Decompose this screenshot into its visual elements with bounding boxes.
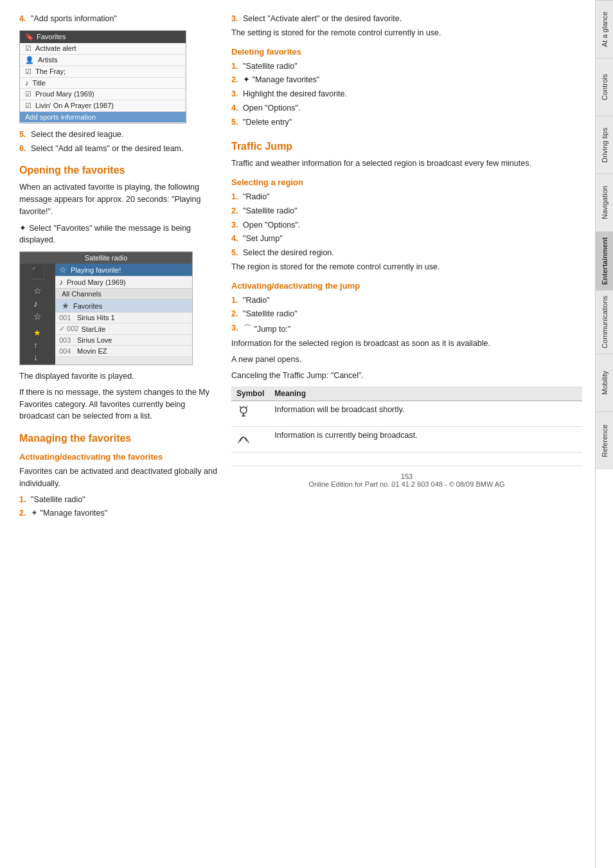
sat-icon-favstar: ★ (33, 328, 42, 338)
fav-icon-artists: 👤 (25, 56, 34, 64)
manage-step2-num: 2. (19, 507, 28, 520)
symbol-2 (231, 427, 269, 453)
manage-step2-icon: ✦ (31, 509, 38, 518)
fav-row-title: ♪ Title (20, 78, 186, 89)
del-step5: 5. "Delete entry" (231, 116, 582, 129)
sidebar-tab-controls[interactable]: Controls (596, 58, 613, 116)
fav-row-artists: 👤 Artists (20, 55, 186, 66)
traffic-para: Traffic and weather information for a se… (231, 158, 582, 170)
step5-text: Select the desired league. (31, 129, 218, 141)
step3-container: 3. Select "Activate alert" or the desire… (231, 13, 582, 25)
sidebar-tab-at-a-glance[interactable]: At a glance (596, 0, 613, 58)
no-message-para: If there is no message, the system chang… (19, 386, 218, 422)
symbol-1 (231, 401, 269, 427)
step3-item: 3. Select "Activate alert" or the desire… (231, 13, 582, 25)
right-column: 3. Select "Activate alert" or the desire… (231, 13, 582, 855)
sel-step4: 4. "Set Jump" (231, 233, 582, 245)
sat-channel-list: 001 Sirius Hits 1 ✓ 002 StarLite 003 Sir… (55, 312, 192, 357)
activating-jump-title: Activating/deactivating the jump (231, 281, 582, 291)
sat-ch-002: ✓ 002 StarLite (55, 323, 192, 335)
left-column: 4. "Add sports information" 🔖 Favorites … (19, 13, 218, 855)
sidebar-tab-navigation[interactable]: Navigation (596, 174, 613, 231)
del-step2-icon: ✦ (243, 75, 250, 84)
step4-item: 4. "Add sports information" (19, 13, 218, 25)
sel-step3: 3. Open "Options". (231, 219, 582, 231)
sidebar-tab-mobility[interactable]: Mobility (596, 354, 613, 411)
sat-left-panel: ⬛ ☆ ♪ ☆ ★ ↑ ↓ (20, 264, 55, 365)
region-stored-para: The region is stored for the remote cont… (231, 261, 582, 273)
sat-ch-003: 003 Sirius Love (55, 335, 192, 346)
del-step2: 2. ✦ "Manage favorites" (231, 74, 582, 86)
sat-icon-down: ↓ (33, 352, 42, 362)
activating-para: Favorites can be activated and deactivat… (19, 466, 218, 490)
sidebar-tab-entertainment[interactable]: Entertainment (596, 231, 613, 290)
del-step4: 4. Open "Options". (231, 102, 582, 114)
sat-ch-001-name: Sirius Hits 1 (77, 314, 115, 321)
sat-channels-label: All Channels (55, 289, 192, 300)
traffic-title: Traffic Jump (231, 141, 582, 152)
sat-ch-001: 001 Sirius Hits 1 (55, 312, 192, 323)
step4-text: "Add sports information" (31, 13, 218, 25)
legal-text: Online Edition for Part no. 01 41 2 603 … (238, 480, 576, 488)
activating-sub: Activating/deactivating the favorites (19, 452, 218, 462)
step3-text: Select "Activate alert" or the desired f… (243, 13, 582, 25)
symbol-row-1: Information will be broadcast shortly. (231, 401, 582, 427)
page-footer: 153 Online Edition for Part no. 01 41 2 … (231, 466, 582, 494)
jump-step1: 1. "Radio" (231, 294, 582, 307)
cancel-para: Canceling the Traffic Jump: "Cancel". (231, 370, 582, 382)
fav-row-thefray: ☑ The Fray; (20, 66, 186, 78)
svg-point-0 (240, 407, 247, 413)
fav-label-livin: Livin' On A Prayer (1987) (35, 102, 114, 109)
manage-step1-num: 1. (19, 494, 28, 506)
setting-para: The setting is stored for the remote con… (231, 27, 582, 39)
del-step1: 1. "Satellite radio" (231, 60, 582, 73)
step5-item: 5. Select the desired league. (19, 129, 218, 141)
fav-label-addsports: Add sports information (25, 113, 96, 121)
panel-para: A new panel opens. (231, 354, 582, 366)
sat-icon-music: ♪ (33, 298, 42, 309)
sat-track-icon: ♪ (59, 278, 63, 287)
sidebar-tab-communications[interactable]: Communications (596, 290, 613, 354)
sat-favorites-icon: ★ (62, 301, 69, 311)
broadcast-now-icon (236, 431, 251, 445)
symbol-row-2: Information is currently being broadcast… (231, 427, 582, 453)
sat-ch-004-name: Movin EZ (77, 347, 107, 355)
opening-title: Opening the favorites (19, 165, 218, 176)
step6-num: 6. (19, 143, 28, 155)
selecting-title: Selecting a region (231, 177, 582, 187)
svg-line-4 (246, 406, 247, 408)
svg-line-3 (240, 406, 241, 408)
manage-step2: 2. ✦ "Manage favorites" (19, 507, 218, 520)
fav-label-artists: Artists (38, 56, 58, 64)
displayed-para: The displayed favorite is played. (19, 370, 218, 383)
meaning-1: Information will be broadcast shortly. (269, 401, 582, 427)
deleting-title: Deleting favorites (231, 47, 582, 57)
sat-icons: ☆ ♪ ☆ ★ ↑ ↓ (33, 285, 42, 362)
sat-icon-arrow: ↑ (33, 340, 42, 350)
sat-ch-003-name: Sirius Love (77, 336, 112, 344)
manage-step2-text: ✦ "Manage favorites" (31, 507, 218, 520)
sel-step2: 2. "Satellite radio" (231, 205, 582, 217)
sat-right-panel: ☆ Playing favorite! ♪ Proud Mary (1969) … (55, 264, 192, 365)
fav-row-addsports: Add sports information (20, 112, 186, 123)
manage-step1: 1. "Satellite radio" (19, 494, 218, 506)
favorites-header: 🔖 Favorites (20, 31, 186, 43)
sidebar: At a glance Controls Driving tips Naviga… (595, 0, 613, 868)
step5-num: 5. (19, 129, 28, 141)
sel-step5: 5. Select the desired region. (231, 247, 582, 259)
sidebar-tab-driving-tips[interactable]: Driving tips (596, 116, 613, 174)
meaning-2: Information is currently being broadcast… (269, 427, 582, 453)
managing-title: Managing the favorites (19, 433, 218, 444)
step4-num: 4. (19, 13, 28, 25)
sidebar-tab-reference[interactable]: Reference (596, 411, 613, 469)
broadcast-para: Information for the selected region is b… (231, 338, 582, 350)
page-number: 153 (238, 473, 576, 480)
fav-check-thefray: ☑ (25, 68, 31, 76)
meaning-col-header: Meaning (269, 386, 582, 401)
step6-text: Select "Add all teams" or the desired te… (31, 143, 218, 155)
symbol-table: Symbol Meaning (231, 386, 582, 453)
jump-step3: 3. ⌒ "Jump to:" (231, 322, 582, 336)
sat-playing-text: Playing favorite! (71, 266, 121, 274)
sat-favorites-text: Favorites (73, 302, 102, 310)
sat-star-icon: ☆ (59, 265, 67, 275)
